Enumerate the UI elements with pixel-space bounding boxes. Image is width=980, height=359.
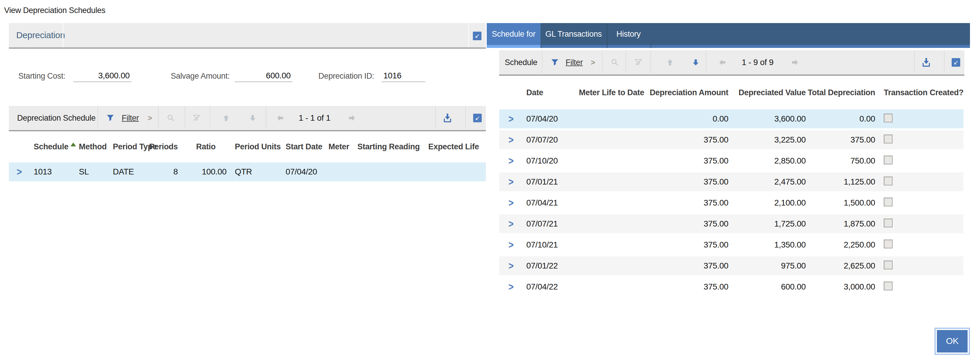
row-detail-chevron-icon[interactable]: >: [508, 239, 513, 251]
table-row[interactable]: > 1013 SL DATE 8 100.00 QTR 07/04/20: [9, 162, 486, 181]
next-page-icon[interactable]: [791, 59, 799, 67]
previous-page-icon[interactable]: [718, 59, 726, 67]
section-header-divider: [63, 23, 64, 47]
table-row[interactable]: > 07/04/20 0.00 3,600.00 0.00: [499, 109, 964, 128]
column-header-expected-life[interactable]: Expected Life: [424, 142, 486, 152]
salvage-amount-field[interactable]: 600.00: [235, 70, 293, 82]
transaction-created-checkbox[interactable]: [884, 113, 892, 123]
cell-date[interactable]: 07/04/21: [523, 198, 579, 207]
ok-button[interactable]: OK: [936, 329, 969, 354]
row-detail-chevron-icon[interactable]: >: [16, 166, 22, 177]
toolbar-divider: [435, 106, 436, 129]
column-header-date[interactable]: Date: [523, 88, 579, 97]
column-header-period-type[interactable]: Period Type: [106, 142, 149, 152]
depreciation-id-field[interactable]: 1016: [382, 70, 425, 82]
minimize-table-icon[interactable]: ↙: [473, 114, 482, 123]
starting-cost-field[interactable]: 3,600.00: [73, 70, 131, 82]
cell-date[interactable]: 07/01/22: [523, 261, 579, 271]
tab-schedule-for[interactable]: Schedule for: [487, 23, 541, 45]
clear-filter-icon[interactable]: [635, 59, 643, 67]
tab-bar-strip: [487, 45, 970, 48]
row-detail-chevron-icon[interactable]: >: [508, 260, 513, 271]
tab-gl-transactions[interactable]: GL Transactions: [541, 23, 607, 45]
cell-schedule[interactable]: 1013: [30, 167, 72, 177]
transaction-created-checkbox[interactable]: [884, 198, 892, 206]
cell-date[interactable]: 07/07/21: [523, 219, 579, 228]
table-row[interactable]: > 07/01/22 375.00 975.00 2,625.00: [499, 256, 964, 275]
cell-date[interactable]: 07/10/20: [523, 156, 579, 166]
column-header-depreciation-amount[interactable]: Depreciation Amount: [641, 88, 730, 97]
transaction-created-checkbox[interactable]: [884, 219, 892, 227]
starting-cost-label: Starting Cost:: [18, 72, 65, 81]
filter-icon[interactable]: [106, 114, 114, 122]
column-header-meter[interactable]: Meter: [325, 142, 353, 152]
table-row[interactable]: > 07/01/21 375.00 2,475.00 1,125.00: [499, 172, 964, 191]
transaction-created-checkbox[interactable]: [884, 156, 892, 164]
depreciation-id-label: Depreciation ID:: [318, 72, 374, 81]
clear-filter-icon[interactable]: [192, 114, 200, 122]
search-icon[interactable]: [167, 114, 175, 122]
minimize-table-icon[interactable]: ↙: [951, 58, 960, 67]
column-header-period-units[interactable]: Period Units: [229, 142, 282, 152]
cell-depreciated-value: 1,725.00: [730, 219, 807, 228]
toolbar-divider: [97, 106, 98, 129]
column-header-start-date[interactable]: Start Date: [282, 142, 325, 152]
cell-depreciation-amount: 0.00: [641, 114, 730, 124]
tab-history[interactable]: History: [607, 23, 651, 45]
next-row-icon[interactable]: [692, 59, 700, 67]
transaction-created-checkbox[interactable]: [884, 134, 892, 144]
cell-depreciation-amount: 375.00: [641, 240, 730, 250]
transaction-created-checkbox[interactable]: [884, 281, 892, 290]
cell-date[interactable]: 07/10/21: [523, 240, 579, 250]
cell-method: SL: [72, 167, 106, 177]
table-row[interactable]: > 07/10/21 375.00 1,350.00 2,250.00: [499, 235, 964, 254]
next-row-icon[interactable]: [249, 114, 257, 122]
table-row[interactable]: > 07/04/22 375.00 600.00 3,000.00: [499, 278, 964, 296]
column-header-method[interactable]: Method: [72, 142, 106, 152]
row-detail-chevron-icon[interactable]: >: [508, 197, 513, 209]
column-header-transaction-created[interactable]: Transaction Created?: [877, 88, 962, 97]
cell-depreciation-amount: 375.00: [641, 261, 730, 271]
cell-date[interactable]: 07/01/21: [523, 177, 579, 187]
filter-expand-chevron-icon[interactable]: >: [148, 113, 152, 123]
row-detail-chevron-icon[interactable]: >: [508, 218, 513, 230]
row-detail-chevron-icon[interactable]: >: [508, 113, 513, 124]
download-icon[interactable]: [921, 57, 932, 68]
cell-date[interactable]: 07/04/20: [523, 114, 579, 124]
active-tab-strip: [487, 45, 541, 48]
transaction-created-checkbox[interactable]: [884, 260, 892, 270]
row-detail-chevron-icon[interactable]: >: [508, 176, 513, 187]
previous-row-icon[interactable]: [222, 114, 230, 122]
search-icon[interactable]: [611, 59, 619, 67]
cell-date[interactable]: 07/04/22: [523, 282, 579, 292]
toolbar-divider: [266, 106, 266, 129]
cell-date[interactable]: 07/07/20: [523, 135, 579, 145]
column-header-total-depreciation[interactable]: Total Depreciation: [807, 88, 877, 97]
table-row[interactable]: > 07/07/21 375.00 1,725.00 1,875.00: [499, 214, 964, 233]
transaction-created-checkbox[interactable]: [884, 239, 892, 248]
row-detail-chevron-icon[interactable]: >: [508, 134, 513, 145]
transaction-created-checkbox[interactable]: [884, 177, 892, 185]
column-header-starting-reading[interactable]: Starting Reading: [353, 142, 424, 152]
column-header-depreciated-value[interactable]: Depreciated Value: [730, 88, 807, 97]
cell-depreciation-amount: 375.00: [641, 219, 730, 228]
filter-expand-chevron-icon[interactable]: >: [591, 58, 595, 67]
cell-depreciation-amount: 375.00: [641, 282, 730, 292]
table-row[interactable]: > 07/04/21 375.00 2,100.00 1,500.00: [499, 193, 964, 212]
column-header-schedule[interactable]: Schedule: [30, 142, 72, 152]
filter-icon[interactable]: [551, 59, 559, 67]
column-header-periods[interactable]: Periods: [149, 142, 180, 152]
table-row[interactable]: > 07/07/20 375.00 3,225.00 375.00: [499, 131, 964, 149]
minimize-section-icon[interactable]: ↙: [473, 32, 481, 40]
previous-page-icon[interactable]: [276, 114, 284, 122]
filter-link[interactable]: Filter: [566, 58, 583, 67]
download-icon[interactable]: [442, 113, 453, 123]
row-detail-chevron-icon[interactable]: >: [508, 155, 513, 166]
previous-row-icon[interactable]: [666, 59, 674, 67]
row-detail-chevron-icon[interactable]: >: [508, 281, 513, 292]
column-header-ratio[interactable]: Ratio: [180, 142, 229, 152]
next-page-icon[interactable]: [348, 114, 356, 122]
filter-link[interactable]: Filter: [122, 113, 139, 123]
column-header-meter-life-to-date[interactable]: Meter Life to Date: [579, 88, 641, 97]
table-row[interactable]: > 07/10/20 375.00 2,850.00 750.00: [499, 152, 964, 170]
